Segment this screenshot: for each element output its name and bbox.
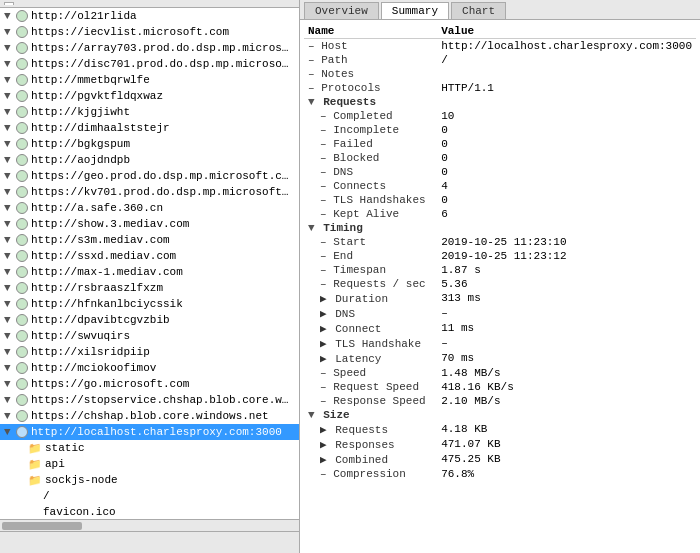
row-dash: – [320, 264, 333, 276]
field-value: 5.36 [437, 277, 696, 291]
tree-item[interactable]: ▼https://array703.prod.do.dsp.mp.microso… [0, 40, 299, 56]
child-field-name: – Blocked [304, 151, 437, 165]
table-row: ▶ Responses471.07 KB [304, 437, 696, 452]
tree-item[interactable]: ▼https://iecvlist.microsoft.com [0, 24, 299, 40]
field-value: 4 [437, 179, 696, 193]
tree-item[interactable]: ▼http://show.3.mediav.com [0, 216, 299, 232]
table-row: ▶ Duration313 ms [304, 291, 696, 306]
field-value: 0 [437, 137, 696, 151]
tree-item[interactable]: ▼http://rsbraaszlfxzm [0, 280, 299, 296]
tree-item[interactable]: ▼https://disc701.prod.do.dsp.mp.microsof… [0, 56, 299, 72]
field-label: TLS Handshakes [333, 194, 425, 206]
tab-chart[interactable]: Chart [451, 2, 506, 19]
row-expand-icon[interactable]: ▶ [320, 293, 333, 305]
tree-item[interactable]: ▼http://localhost.charlesproxy.com:3000 [0, 424, 299, 440]
expand-icon: ▼ [4, 298, 14, 310]
tree-area[interactable]: ▼http://ol21rlida▼https://iecvlist.micro… [0, 8, 299, 519]
tree-item[interactable]: ▼http://aojdndpb [0, 152, 299, 168]
tree-item[interactable]: / [0, 488, 299, 504]
table-row: – Blocked0 [304, 151, 696, 165]
tree-item[interactable]: ▼http://ssxd.mediav.com [0, 248, 299, 264]
field-label: Requests [335, 424, 388, 436]
tree-item[interactable]: ▼https://chshap.blob.core.windows.net [0, 408, 299, 424]
child-field-name: – Incomplete [304, 123, 437, 137]
tab-overview[interactable]: Overview [304, 2, 379, 19]
tree-item-label: http://a.safe.360.cn [31, 202, 163, 214]
table-row: – Path/ [304, 53, 696, 67]
field-value: – [437, 306, 696, 321]
table-row: – TLS Handshakes0 [304, 193, 696, 207]
child-field-name: – Start [304, 235, 437, 249]
field-value: 1.87 s [437, 263, 696, 277]
tree-item[interactable]: 📁sockjs-node [0, 472, 299, 488]
tree-item[interactable]: ▼http://swvuqirs [0, 328, 299, 344]
tree-item[interactable]: ▼https://kv701.prod.do.dsp.mp.microsoft.… [0, 184, 299, 200]
row-expand-icon[interactable]: ▶ [320, 323, 333, 335]
horizontal-scrollbar[interactable] [0, 519, 299, 531]
section-name: ▼ Size [304, 408, 437, 422]
row-dash: – [320, 110, 333, 122]
field-label: Request Speed [333, 381, 419, 393]
tab-structure[interactable] [4, 2, 14, 5]
tree-item[interactable]: ▼http://ol21rlida [0, 8, 299, 24]
scrollbar-thumb[interactable] [2, 522, 82, 530]
folder-icon: 📁 [28, 474, 42, 487]
field-value: 0 [437, 165, 696, 179]
expand-icon: ▼ [4, 154, 14, 166]
section-toggle[interactable]: ▼ [308, 222, 321, 234]
row-expand-icon[interactable]: ▶ [320, 338, 333, 350]
expand-icon: ▼ [4, 58, 14, 70]
section-toggle[interactable]: ▼ [308, 96, 321, 108]
section-toggle[interactable]: ▼ [308, 409, 321, 421]
tree-item[interactable]: favicon.ico [0, 504, 299, 519]
tree-item[interactable]: ▼http://mciokoofimov [0, 360, 299, 376]
tree-item[interactable]: ▼http://dpavibtcgvzbib [0, 312, 299, 328]
tree-item[interactable]: ▼http://kjgjiwht [0, 104, 299, 120]
tree-item[interactable]: ▼http://a.safe.360.cn [0, 200, 299, 216]
tree-item-label: static [45, 442, 85, 454]
field-value: 0 [437, 151, 696, 165]
child-field-name: ▶ TLS Handshake [304, 336, 437, 351]
tree-item[interactable]: ▼http://bgkgspum [0, 136, 299, 152]
child-field-name: – Kept Alive [304, 207, 437, 221]
tree-item[interactable]: ▼https://go.microsoft.com [0, 376, 299, 392]
tree-item[interactable]: ▼https://geo.prod.do.dsp.mp.microsoft.co… [0, 168, 299, 184]
field-label: Blocked [333, 152, 379, 164]
expand-icon: ▼ [4, 426, 14, 438]
expand-icon: ▼ [4, 346, 14, 358]
tree-item-label: http://dimhaalststejr [31, 122, 170, 134]
right-content: NameValue– Hosthttp://localhost.charlesp… [300, 20, 700, 553]
row-expand-icon[interactable]: ▶ [320, 353, 333, 365]
child-field-name: ▶ Combined [304, 452, 437, 467]
tab-sequence[interactable] [22, 2, 30, 5]
tree-item[interactable]: ▼http://dimhaalststejr [0, 120, 299, 136]
url-icon [16, 346, 28, 358]
row-expand-icon[interactable]: ▶ [320, 308, 333, 320]
tree-item[interactable]: 📁api [0, 456, 299, 472]
tree-item-label: http://ssxd.mediav.com [31, 250, 176, 262]
field-label: Completed [333, 110, 392, 122]
tree-item-label: http://dpavibtcgvzbib [31, 314, 170, 326]
field-value: 10 [437, 109, 696, 123]
tree-item[interactable]: ▼http://s3m.mediav.com [0, 232, 299, 248]
row-expand-icon[interactable]: ▶ [320, 454, 333, 466]
url-icon [16, 282, 28, 294]
field-value: 0 [437, 193, 696, 207]
url-icon [16, 426, 28, 438]
tree-item-label: https://kv701.prod.do.dsp.mp.microsoft.c [31, 186, 295, 198]
tree-item[interactable]: ▼http://xilsridpiip [0, 344, 299, 360]
tree-item[interactable]: ▼http://mmetbqrwlfe [0, 72, 299, 88]
child-field-name: – DNS [304, 165, 437, 179]
url-icon [16, 154, 28, 166]
row-expand-icon[interactable]: ▶ [320, 439, 333, 451]
tree-item[interactable]: ▼http://hfnkanlbciycssik [0, 296, 299, 312]
tree-item[interactable]: ▼https://stopservice.chshap.blob.core.wi… [0, 392, 299, 408]
row-expand-icon[interactable]: ▶ [320, 424, 333, 436]
tree-item[interactable]: ▼http://max-1.mediav.com [0, 264, 299, 280]
table-row: – Kept Alive6 [304, 207, 696, 221]
section-header-label: Timing [323, 222, 363, 234]
left-panel: ▼http://ol21rlida▼https://iecvlist.micro… [0, 0, 300, 553]
tab-summary[interactable]: Summary [381, 2, 449, 19]
tree-item[interactable]: ▼http://pgvktfldqxwaz [0, 88, 299, 104]
tree-item[interactable]: 📁static [0, 440, 299, 456]
